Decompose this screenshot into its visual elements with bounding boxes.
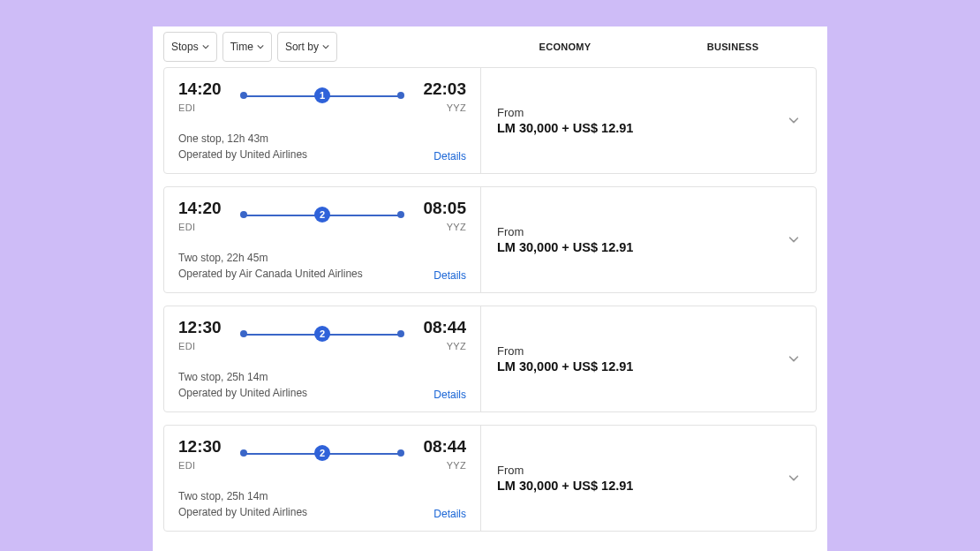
price-panel[interactable]: From LM 30,000 + US$ 12.91 <box>480 306 816 411</box>
filter-time[interactable]: Time <box>222 32 272 62</box>
stops-badge: 1 <box>314 87 330 103</box>
stops-description: Two stop, 25h 14m <box>178 369 466 385</box>
arrival-code: YYZ <box>413 102 466 113</box>
filter-stops[interactable]: Stops <box>163 32 217 62</box>
filter-stops-label: Stops <box>171 41 199 53</box>
stops-description: One stop, 12h 43m <box>178 131 466 147</box>
details-link[interactable]: Details <box>433 389 466 401</box>
flight-meta: One stop, 12h 43m Operated by United Air… <box>178 131 466 162</box>
route-dot-start <box>240 211 247 218</box>
operator: Operated by Air Canada United Airlines <box>178 266 466 282</box>
price-block: From LM 30,000 + US$ 12.91 <box>497 464 633 493</box>
arrival-code: YYZ <box>413 460 466 471</box>
flight-meta: Two stop, 22h 45m Operated by Air Canada… <box>178 250 466 282</box>
flight-summary: 14:20 EDI 2 08:05 YYZ Two stop, 22h 45m … <box>164 187 480 292</box>
flight-summary: 14:20 EDI 1 22:03 YYZ One stop, 12h 43m … <box>164 68 480 173</box>
chevron-down-icon[interactable] <box>788 472 800 484</box>
caret-down-icon <box>202 41 209 53</box>
stops-badge: 2 <box>314 326 330 342</box>
departure-time: 12:30 <box>178 438 231 457</box>
flight-summary: 12:30 EDI 2 08:44 YYZ Two stop, 25h 14m … <box>164 306 480 411</box>
flight-card: 14:20 EDI 2 08:05 YYZ Two stop, 22h 45m … <box>163 186 817 293</box>
price-block: From LM 30,000 + US$ 12.91 <box>497 225 633 254</box>
price-block: From LM 30,000 + US$ 12.91 <box>497 106 633 135</box>
route-dot-end <box>397 211 404 218</box>
details-link[interactable]: Details <box>433 269 466 282</box>
price-value: LM 30,000 + US$ 12.91 <box>497 479 633 493</box>
route-line: 2 <box>240 449 404 458</box>
details-link[interactable]: Details <box>433 150 466 162</box>
filter-sort[interactable]: Sort by <box>277 32 337 62</box>
chevron-down-icon[interactable] <box>788 114 800 126</box>
price-panel[interactable]: From LM 30,000 + US$ 12.91 <box>480 68 816 173</box>
departure-block: 12:30 EDI <box>178 319 231 351</box>
arrival-block: 08:05 YYZ <box>413 200 466 232</box>
from-label: From <box>497 344 633 358</box>
departure-block: 14:20 EDI <box>178 80 231 113</box>
price-panel[interactable]: From LM 30,000 + US$ 12.91 <box>480 426 816 531</box>
arrival-code: YYZ <box>413 341 466 351</box>
route-dot-start <box>240 330 247 337</box>
tab-business[interactable]: BUSINESS <box>649 42 817 52</box>
arrival-block: 22:03 YYZ <box>413 80 466 113</box>
arrival-time: 08:44 <box>413 438 466 457</box>
stops-badge: 2 <box>314 207 330 223</box>
flight-meta: Two stop, 25h 14m Operated by United Air… <box>178 369 466 401</box>
flight-meta: Two stop, 25h 14m Operated by United Air… <box>178 488 466 520</box>
price-value: LM 30,000 + US$ 12.91 <box>497 121 633 135</box>
header-row: Stops Time Sort by ECONOMY BUSINESS <box>163 32 817 62</box>
departure-time: 12:30 <box>178 319 231 337</box>
stops-description: Two stop, 22h 45m <box>178 250 466 266</box>
class-tabs: ECONOMY BUSINESS <box>481 32 817 62</box>
route-line: 2 <box>240 211 404 220</box>
operator: Operated by United Airlines <box>178 504 466 520</box>
tab-economy[interactable]: ECONOMY <box>481 42 649 52</box>
caret-down-icon <box>322 41 329 53</box>
stops-description: Two stop, 25h 14m <box>178 488 466 504</box>
route-line: 2 <box>240 330 404 339</box>
departure-time: 14:20 <box>178 80 231 99</box>
flight-card: 12:30 EDI 2 08:44 YYZ Two stop, 25h 14m … <box>163 425 817 532</box>
arrival-time: 08:44 <box>413 319 466 337</box>
price-value: LM 30,000 + US$ 12.91 <box>497 359 633 374</box>
route-dot-end <box>397 449 404 457</box>
details-link[interactable]: Details <box>433 508 466 520</box>
times-row: 12:30 EDI 2 08:44 YYZ <box>178 319 466 351</box>
price-block: From LM 30,000 + US$ 12.91 <box>497 344 633 374</box>
flight-card: 14:20 EDI 1 22:03 YYZ One stop, 12h 43m … <box>163 67 817 174</box>
from-label: From <box>497 464 633 477</box>
departure-code: EDI <box>178 341 231 351</box>
filter-sort-label: Sort by <box>285 41 319 53</box>
price-value: LM 30,000 + US$ 12.91 <box>497 240 633 254</box>
chevron-down-icon[interactable] <box>788 233 800 245</box>
from-label: From <box>497 225 633 238</box>
caret-down-icon <box>257 41 264 53</box>
filter-time-label: Time <box>230 41 253 53</box>
times-row: 14:20 EDI 1 22:03 YYZ <box>178 80 466 113</box>
arrival-time: 22:03 <box>413 80 466 99</box>
price-panel[interactable]: From LM 30,000 + US$ 12.91 <box>480 187 816 292</box>
stops-badge: 2 <box>314 445 330 461</box>
route-dot-end <box>397 92 404 99</box>
arrival-code: YYZ <box>413 222 466 232</box>
departure-block: 12:30 EDI <box>178 438 231 471</box>
operator: Operated by United Airlines <box>178 385 466 401</box>
route-dot-start <box>240 92 247 99</box>
times-row: 14:20 EDI 2 08:05 YYZ <box>178 200 466 232</box>
route-dot-start <box>240 449 247 457</box>
flight-card: 12:30 EDI 2 08:44 YYZ Two stop, 25h 14m … <box>163 306 817 412</box>
arrival-time: 08:05 <box>413 200 466 218</box>
departure-code: EDI <box>178 222 231 232</box>
from-label: From <box>497 106 633 119</box>
departure-code: EDI <box>178 102 231 113</box>
route-dot-end <box>397 330 404 337</box>
arrival-block: 08:44 YYZ <box>413 438 466 471</box>
flight-summary: 12:30 EDI 2 08:44 YYZ Two stop, 25h 14m … <box>164 426 480 531</box>
departure-time: 14:20 <box>178 200 231 218</box>
operator: Operated by United Airlines <box>178 147 466 162</box>
arrival-block: 08:44 YYZ <box>413 319 466 351</box>
filters: Stops Time Sort by <box>163 32 481 62</box>
departure-block: 14:20 EDI <box>178 200 231 232</box>
results-panel: Stops Time Sort by ECONOMY BUSINESS <box>153 26 827 551</box>
chevron-down-icon[interactable] <box>788 352 800 365</box>
